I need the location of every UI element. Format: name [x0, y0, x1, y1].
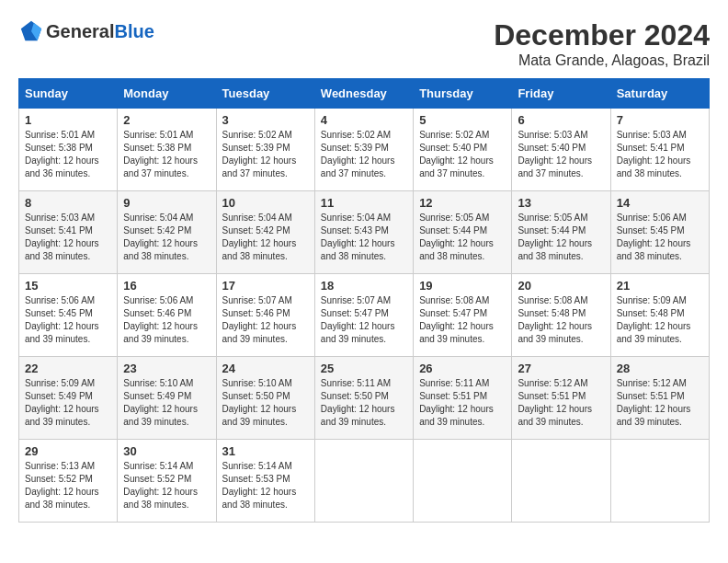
- calendar-week-row: 8Sunrise: 5:03 AMSunset: 5:41 PMDaylight…: [19, 191, 710, 274]
- calendar-day-cell: 3Sunrise: 5:02 AMSunset: 5:39 PMDaylight…: [216, 109, 314, 191]
- col-sunday: Sunday: [19, 79, 118, 109]
- col-saturday: Saturday: [610, 79, 709, 109]
- calendar-day-cell: 1Sunrise: 5:01 AMSunset: 5:38 PMDaylight…: [19, 109, 118, 191]
- calendar-day-cell: 23Sunrise: 5:10 AMSunset: 5:49 PMDayligh…: [118, 357, 216, 440]
- calendar-day-cell: 15Sunrise: 5:06 AMSunset: 5:45 PMDayligh…: [19, 274, 118, 357]
- col-monday: Monday: [118, 79, 216, 109]
- calendar-week-row: 22Sunrise: 5:09 AMSunset: 5:49 PMDayligh…: [19, 357, 710, 440]
- calendar-day-cell: 7Sunrise: 5:03 AMSunset: 5:41 PMDaylight…: [610, 109, 709, 191]
- title-section: December 2024 Mata Grande, Alagoas, Braz…: [494, 18, 710, 69]
- calendar-day-cell: 2Sunrise: 5:01 AMSunset: 5:38 PMDaylight…: [118, 109, 216, 191]
- calendar-day-cell: 11Sunrise: 5:04 AMSunset: 5:43 PMDayligh…: [314, 191, 413, 274]
- calendar-day-cell: 16Sunrise: 5:06 AMSunset: 5:46 PMDayligh…: [118, 274, 216, 357]
- calendar-day-cell: 29Sunrise: 5:13 AMSunset: 5:52 PMDayligh…: [19, 440, 118, 523]
- calendar-day-cell: 13Sunrise: 5:05 AMSunset: 5:44 PMDayligh…: [512, 191, 610, 274]
- calendar-week-row: 29Sunrise: 5:13 AMSunset: 5:52 PMDayligh…: [19, 440, 710, 523]
- logo-blue-text: Blue: [114, 21, 154, 42]
- calendar-day-cell: 31Sunrise: 5:14 AMSunset: 5:53 PMDayligh…: [216, 440, 314, 523]
- empty-cell: [414, 440, 512, 523]
- logo-general-text: General: [46, 21, 114, 42]
- col-tuesday: Tuesday: [216, 79, 314, 109]
- calendar-day-cell: 30Sunrise: 5:14 AMSunset: 5:52 PMDayligh…: [118, 440, 216, 523]
- calendar-day-cell: 22Sunrise: 5:09 AMSunset: 5:49 PMDayligh…: [19, 357, 118, 440]
- month-title: December 2024: [494, 18, 710, 52]
- col-friday: Friday: [512, 79, 610, 109]
- calendar-day-cell: 27Sunrise: 5:12 AMSunset: 5:51 PMDayligh…: [512, 357, 610, 440]
- calendar-week-row: 1Sunrise: 5:01 AMSunset: 5:38 PMDaylight…: [19, 109, 710, 191]
- calendar-day-cell: 9Sunrise: 5:04 AMSunset: 5:42 PMDaylight…: [118, 191, 216, 274]
- calendar-day-cell: 17Sunrise: 5:07 AMSunset: 5:46 PMDayligh…: [216, 274, 314, 357]
- calendar-day-cell: 18Sunrise: 5:07 AMSunset: 5:47 PMDayligh…: [314, 274, 413, 357]
- calendar-week-row: 15Sunrise: 5:06 AMSunset: 5:45 PMDayligh…: [19, 274, 710, 357]
- logo: GeneralBlue: [18, 18, 154, 44]
- calendar-day-cell: 21Sunrise: 5:09 AMSunset: 5:48 PMDayligh…: [610, 274, 709, 357]
- logo-icon: [18, 18, 44, 44]
- calendar-table: Sunday Monday Tuesday Wednesday Thursday…: [18, 78, 710, 523]
- empty-cell: [512, 440, 610, 523]
- calendar-header-row: Sunday Monday Tuesday Wednesday Thursday…: [19, 79, 710, 109]
- calendar-day-cell: 19Sunrise: 5:08 AMSunset: 5:47 PMDayligh…: [414, 274, 512, 357]
- col-wednesday: Wednesday: [314, 79, 413, 109]
- calendar-day-cell: 4Sunrise: 5:02 AMSunset: 5:39 PMDaylight…: [314, 109, 413, 191]
- calendar-day-cell: 28Sunrise: 5:12 AMSunset: 5:51 PMDayligh…: [610, 357, 709, 440]
- calendar-day-cell: 5Sunrise: 5:02 AMSunset: 5:40 PMDaylight…: [414, 109, 512, 191]
- page-header: GeneralBlue December 2024 Mata Grande, A…: [18, 18, 710, 69]
- calendar-day-cell: 8Sunrise: 5:03 AMSunset: 5:41 PMDaylight…: [19, 191, 118, 274]
- col-thursday: Thursday: [414, 79, 512, 109]
- calendar-day-cell: 25Sunrise: 5:11 AMSunset: 5:50 PMDayligh…: [314, 357, 413, 440]
- calendar-day-cell: 12Sunrise: 5:05 AMSunset: 5:44 PMDayligh…: [414, 191, 512, 274]
- empty-cell: [610, 440, 709, 523]
- calendar-day-cell: 10Sunrise: 5:04 AMSunset: 5:42 PMDayligh…: [216, 191, 314, 274]
- calendar-day-cell: 20Sunrise: 5:08 AMSunset: 5:48 PMDayligh…: [512, 274, 610, 357]
- calendar-day-cell: 26Sunrise: 5:11 AMSunset: 5:51 PMDayligh…: [414, 357, 512, 440]
- location: Mata Grande, Alagoas, Brazil: [494, 52, 710, 69]
- calendar-day-cell: 6Sunrise: 5:03 AMSunset: 5:40 PMDaylight…: [512, 109, 610, 191]
- calendar-day-cell: 14Sunrise: 5:06 AMSunset: 5:45 PMDayligh…: [610, 191, 709, 274]
- calendar-day-cell: 24Sunrise: 5:10 AMSunset: 5:50 PMDayligh…: [216, 357, 314, 440]
- empty-cell: [314, 440, 413, 523]
